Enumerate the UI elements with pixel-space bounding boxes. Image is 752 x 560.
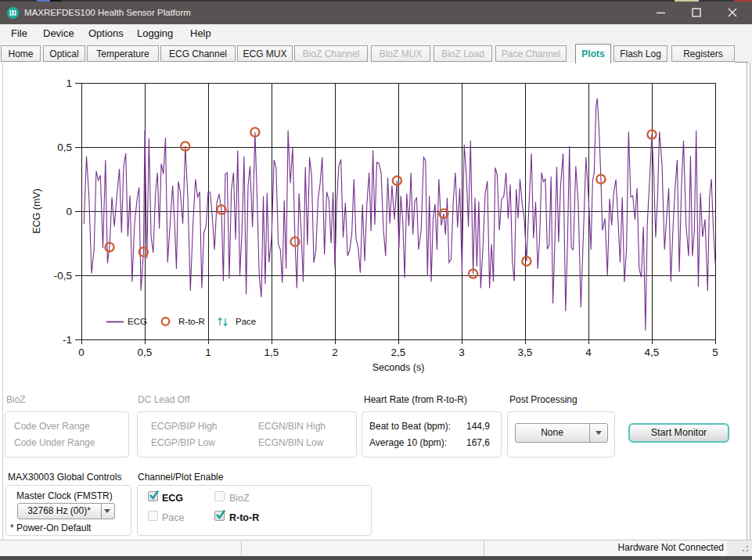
svg-text:Seconds (s): Seconds (s) [372, 362, 425, 373]
svg-text:0,5: 0,5 [138, 346, 153, 358]
svg-text:0,5: 0,5 [57, 142, 72, 153]
svg-text:2: 2 [332, 346, 338, 358]
svg-text:R-to-R: R-to-R [178, 317, 205, 326]
svg-text:0: 0 [78, 346, 85, 358]
svg-text:2,5: 2,5 [391, 346, 406, 358]
svg-text:1: 1 [205, 346, 211, 358]
svg-text:ECG (mV): ECG (mV) [31, 188, 42, 234]
svg-text:-1: -1 [63, 334, 72, 346]
svg-text:-0,5: -0,5 [54, 270, 72, 282]
svg-text:3: 3 [459, 346, 465, 358]
svg-text:4: 4 [585, 346, 592, 358]
svg-text:5: 5 [712, 346, 718, 358]
svg-text:1: 1 [66, 77, 72, 89]
svg-text:Pace: Pace [236, 317, 256, 326]
svg-text:4,5: 4,5 [645, 346, 660, 358]
svg-text:0: 0 [66, 206, 72, 217]
svg-text:1,5: 1,5 [264, 346, 279, 358]
svg-text:ECG: ECG [128, 317, 147, 326]
svg-text:3,5: 3,5 [518, 346, 533, 358]
